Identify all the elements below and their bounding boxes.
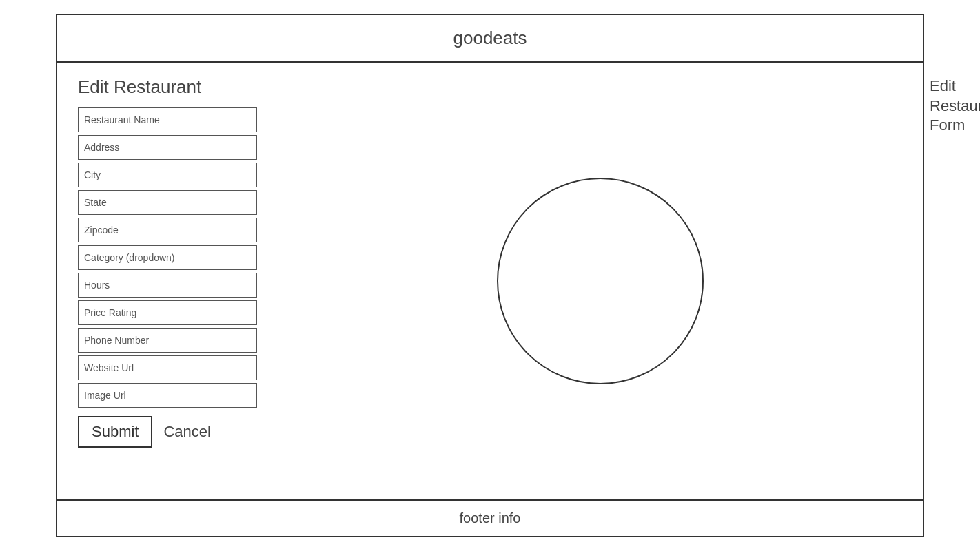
image-area (278, 63, 923, 499)
submit-button[interactable]: Submit (78, 416, 152, 448)
form-actions: Submit Cancel (78, 416, 257, 448)
cancel-label[interactable]: Cancel (163, 423, 210, 441)
form-fields (78, 107, 257, 408)
image-url-input[interactable] (78, 383, 257, 408)
city-input[interactable] (78, 163, 257, 187)
form-title: Edit Restaurant (78, 76, 257, 98)
category-input[interactable] (78, 245, 257, 270)
address-input[interactable] (78, 135, 257, 160)
image-circle-placeholder (497, 178, 704, 384)
zipcode-input[interactable] (78, 218, 257, 242)
form-section: Edit Restaurant Submit Cancel (57, 63, 278, 499)
price-rating-input[interactable] (78, 300, 257, 325)
state-input[interactable] (78, 190, 257, 215)
app-title: goodeats (453, 28, 527, 48)
phone-number-input[interactable] (78, 328, 257, 353)
restaurant-name-input[interactable] (78, 107, 257, 132)
sidebar-label: Edit Restaurant Form (930, 76, 980, 136)
outer-container: goodeats Edit Restaurant Submit Cancel E… (56, 14, 924, 537)
footer-text: footer info (460, 510, 521, 526)
app-header: goodeats (57, 15, 923, 63)
hours-input[interactable] (78, 273, 257, 298)
main-content: Edit Restaurant Submit Cancel Edit Resta… (57, 63, 923, 499)
app-footer: footer info (57, 499, 923, 536)
website-url-input[interactable] (78, 355, 257, 380)
